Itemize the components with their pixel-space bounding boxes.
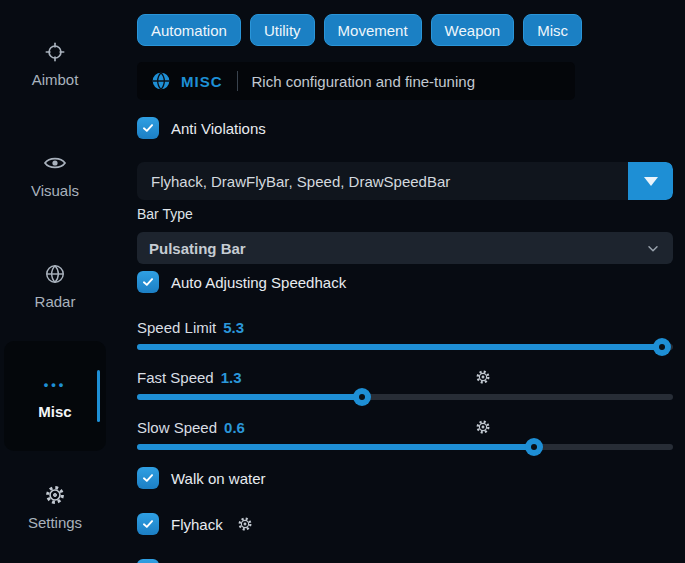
slider-fill [137, 394, 362, 400]
sidebar-item-aimbot[interactable]: Aimbot [0, 8, 110, 119]
select-value: Pulsating Bar [149, 240, 246, 257]
slider-label: Speed Limit [137, 319, 216, 336]
cheat-menu-window: Aimbot Visuals Radar ••• [0, 0, 685, 563]
section-header: MISC Rich configuration and fine-tuning [137, 62, 575, 100]
caret-down-icon [644, 177, 658, 186]
checkbox-checked-icon [137, 117, 159, 139]
multiselect-value: Flyhack, DrawFlyBar, Speed, DrawSpeedBar [137, 173, 628, 190]
sidebar-item-label: Misc [38, 403, 71, 420]
sidebar-item-label: Settings [28, 514, 82, 531]
globe-icon [151, 71, 171, 91]
checkbox-disable-collisions[interactable]: Disable Collisions [137, 558, 673, 563]
checkbox-walk-on-water[interactable]: Walk on water [137, 466, 673, 490]
slider-label-row: Fast Speed 1.3 [137, 366, 673, 388]
checkbox-flyhack[interactable]: Flyhack [137, 512, 673, 536]
sidebar-item-settings[interactable]: Settings [0, 451, 110, 562]
sidebar-item-visuals[interactable]: Visuals [0, 119, 110, 230]
sidebar-item-label: Radar [35, 293, 76, 310]
sidebar: Aimbot Visuals Radar ••• [0, 0, 110, 563]
checkbox-label: Auto Adjusting Speedhack [171, 274, 346, 291]
bar-multiselect[interactable]: Flyhack, DrawFlyBar, Speed, DrawSpeedBar [137, 162, 673, 200]
gear-icon[interactable] [475, 419, 491, 439]
slider-fill [137, 344, 662, 350]
fast-speed-slider[interactable] [137, 394, 673, 400]
slider-value: 1.3 [221, 369, 242, 386]
section-subtitle: Rich configuration and fine-tuning [252, 73, 475, 90]
checkbox-checked-icon [137, 467, 159, 489]
slider-thumb[interactable] [525, 438, 543, 456]
tab-bar: Automation Utility Movement Weapon Misc [137, 14, 673, 46]
slider-label-row: Speed Limit 5.3 [137, 316, 673, 338]
tab-weapon[interactable]: Weapon [431, 14, 515, 46]
checkbox-label: Flyhack [171, 516, 223, 533]
tab-movement[interactable]: Movement [324, 14, 422, 46]
ellipsis-icon: ••• [44, 372, 67, 396]
slider-group-speed-limit: Speed Limit 5.3 [137, 316, 673, 350]
main-panel: Automation Utility Movement Weapon Misc … [110, 0, 685, 563]
crosshair-icon [44, 40, 66, 64]
slider-label-row: Slow Speed 0.6 [137, 416, 673, 438]
slider-fill [137, 444, 534, 450]
sidebar-item-misc[interactable]: ••• Misc [4, 341, 106, 451]
section-title: MISC [181, 73, 223, 90]
globe-icon [44, 262, 66, 286]
checkbox-anti-violations[interactable]: Anti Violations [137, 116, 673, 140]
slider-thumb[interactable] [353, 388, 371, 406]
slider-thumb[interactable] [653, 338, 671, 356]
header-divider [237, 71, 238, 91]
slider-label: Fast Speed [137, 369, 214, 386]
slow-speed-slider[interactable] [137, 444, 673, 450]
bar-type-label: Bar Type [137, 206, 673, 224]
slider-value: 0.6 [224, 419, 245, 436]
multiselect-dropdown-button[interactable] [628, 162, 673, 200]
eye-icon [43, 151, 67, 175]
checkbox-checked-icon [137, 271, 159, 293]
sidebar-item-label: Aimbot [32, 71, 79, 88]
tab-utility[interactable]: Utility [250, 14, 315, 46]
sidebar-item-radar[interactable]: Radar [0, 230, 110, 341]
checkbox-checked-icon [137, 513, 159, 535]
slider-group-slow-speed: Slow Speed 0.6 [137, 416, 673, 450]
tab-misc[interactable]: Misc [523, 14, 582, 46]
tab-automation[interactable]: Automation [137, 14, 241, 46]
checkbox-checked-icon [137, 559, 159, 563]
bar-type-select[interactable]: Pulsating Bar [137, 232, 673, 264]
gear-icon[interactable] [237, 516, 253, 532]
slider-value: 5.3 [223, 319, 244, 336]
checkbox-auto-adjusting-speedhack[interactable]: Auto Adjusting Speedhack [137, 270, 673, 294]
slider-label: Slow Speed [137, 419, 217, 436]
sidebar-item-label: Visuals [31, 182, 79, 199]
chevron-down-icon [645, 240, 661, 256]
checkbox-label: Anti Violations [171, 120, 266, 137]
speed-limit-slider[interactable] [137, 344, 673, 350]
gear-icon[interactable] [475, 369, 491, 389]
slider-group-fast-speed: Fast Speed 1.3 [137, 366, 673, 400]
checkbox-label: Walk on water [171, 470, 265, 487]
gear-icon [44, 483, 66, 507]
